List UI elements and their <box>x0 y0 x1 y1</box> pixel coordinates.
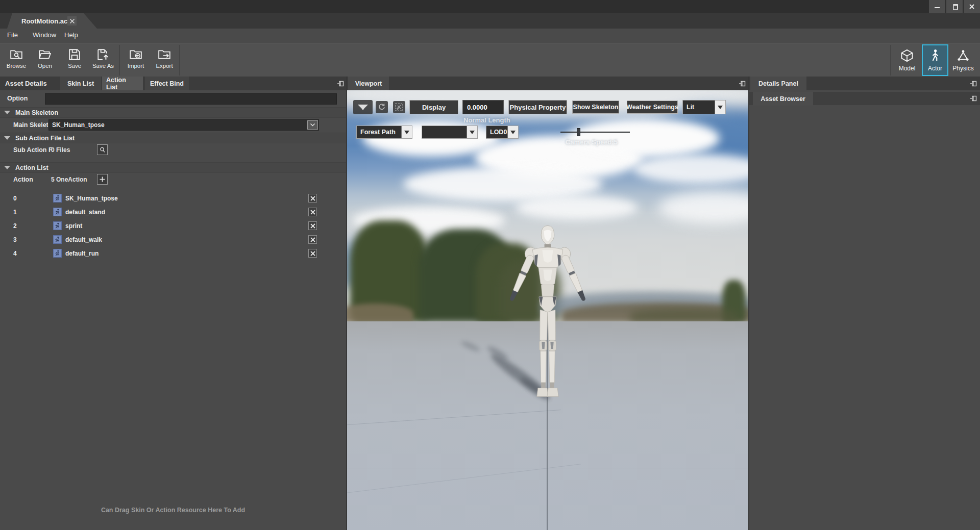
action-row[interactable]: 0 SK_Human_tpose <box>0 192 346 206</box>
editor-window: RootMotion.actor File Window Help Browse… <box>0 0 980 530</box>
close-window-button[interactable] <box>964 0 980 13</box>
document-tab-close-button[interactable] <box>67 16 77 26</box>
export-button[interactable]: Export <box>151 46 178 75</box>
display-button[interactable]: Display <box>409 100 458 114</box>
panel-separator[interactable] <box>346 77 347 530</box>
collapse-caret-icon <box>4 136 10 140</box>
minimize-button[interactable] <box>929 0 945 13</box>
collapse-caret-icon <box>4 111 10 114</box>
menu-window[interactable]: Window <box>33 31 56 39</box>
tab-asset-browser[interactable]: Asset Browser <box>753 92 813 106</box>
main-skeleton-section-label: Main Skeleton <box>15 109 58 116</box>
plus-icon <box>100 176 105 182</box>
show-skeleton-button[interactable]: Show Skeleton <box>572 100 619 114</box>
sub-action-section-header[interactable]: Sub Action File List <box>0 133 346 143</box>
robot-character[interactable] <box>499 223 597 409</box>
normal-length-label: Normal Length <box>463 116 510 124</box>
action-row[interactable]: 2 sprint <box>0 220 346 233</box>
x-icon <box>310 223 315 229</box>
delete-action-button[interactable] <box>308 249 317 258</box>
main-skeleton-value: SK_Human_tpose <box>49 121 105 129</box>
action-index: 2 <box>13 222 17 230</box>
pin-icon[interactable] <box>336 80 344 87</box>
tab-details-panel[interactable]: Details Panel <box>750 77 806 90</box>
import-button[interactable]: Import <box>122 46 150 75</box>
physical-property-button[interactable]: Physical Property <box>508 100 567 114</box>
document-tab[interactable]: RootMotion.actor <box>7 13 97 29</box>
menu-help[interactable]: Help <box>64 31 78 39</box>
mode-physics-button[interactable]: Physics <box>950 44 976 76</box>
action-count-value: 5 OneAction <box>51 176 87 183</box>
delete-action-button[interactable] <box>308 208 317 216</box>
save-as-label: Save As <box>92 63 114 69</box>
mode-physics-label: Physics <box>952 65 973 72</box>
tab-skin-list[interactable]: Skin List <box>60 77 101 90</box>
chevron-down-icon <box>310 123 315 127</box>
viewport-dock-strip: Viewport <box>347 77 748 90</box>
browse-button[interactable]: Browse <box>3 46 30 75</box>
scene-preset-dropdown[interactable]: Forest Path <box>356 125 412 139</box>
toolbar-separator <box>890 45 891 75</box>
pin-icon[interactable] <box>969 94 977 102</box>
dropdown-arrow-icon <box>467 126 477 138</box>
option-input[interactable] <box>45 93 337 105</box>
capture-button[interactable] <box>393 101 405 113</box>
add-action-button[interactable] <box>97 174 108 185</box>
shading-mode-dropdown[interactable]: Lit <box>682 100 726 114</box>
search-icon <box>100 147 106 153</box>
action-row[interactable]: 4 default_run <box>0 247 346 261</box>
cloud <box>658 191 748 224</box>
folder-export-icon <box>158 48 171 61</box>
sub-scene-dropdown[interactable] <box>422 125 478 139</box>
sub-action-files-value: 0 Files <box>51 146 70 154</box>
lod-value: LOD0 <box>486 126 507 138</box>
main-skeleton-field[interactable]: SK_Human_tpose <box>48 119 319 131</box>
camera-speed-slider[interactable] <box>560 128 630 137</box>
scene-preset-value: Forest Path <box>357 126 401 138</box>
shading-mode-value: Lit <box>683 100 715 114</box>
restore-button[interactable] <box>946 0 963 13</box>
lod-dropdown[interactable]: LOD0 <box>486 125 519 139</box>
menu-file[interactable]: File <box>7 31 18 39</box>
panel-separator[interactable] <box>748 77 749 530</box>
slider-thumb[interactable] <box>577 128 580 136</box>
mode-actor-button[interactable]: Actor <box>922 44 948 76</box>
delete-action-button[interactable] <box>308 221 317 230</box>
pin-icon[interactable] <box>969 80 977 87</box>
collapse-caret-icon <box>4 166 10 169</box>
triangle-nodes-icon <box>956 48 970 63</box>
save-as-button[interactable]: Save As <box>89 46 117 75</box>
delete-action-button[interactable] <box>308 235 317 244</box>
refresh-button[interactable] <box>376 101 388 113</box>
animation-runner-icon <box>53 208 62 216</box>
action-list-section-header[interactable]: Action List <box>0 162 346 173</box>
x-icon <box>310 237 315 242</box>
tab-effect-bind[interactable]: Effect Bind <box>145 77 189 90</box>
pin-icon[interactable] <box>738 80 746 87</box>
action-row[interactable]: 1 default_stand <box>0 206 346 219</box>
viewport-3d-scene[interactable]: Display Normal Length Physical Property … <box>347 90 748 530</box>
folder-search-icon <box>10 48 23 61</box>
tab-viewport[interactable]: Viewport <box>348 77 389 90</box>
weather-settings-button[interactable]: Weather Settings <box>627 100 678 114</box>
main-skeleton-section-header[interactable]: Main Skeleton <box>0 107 346 118</box>
minimize-icon <box>934 4 940 10</box>
close-icon <box>69 18 75 24</box>
save-button[interactable]: Save <box>61 46 88 75</box>
tab-action-list[interactable]: Action List <box>102 77 143 90</box>
mode-model-button[interactable]: Model <box>894 44 920 76</box>
sub-action-field-label: Sub Action File <box>13 146 52 154</box>
cloud <box>516 195 638 220</box>
open-button[interactable]: Open <box>31 46 59 75</box>
floppy-arrow-icon <box>96 48 110 61</box>
x-icon <box>310 210 315 215</box>
camera-gizmo-button[interactable] <box>353 100 373 114</box>
sub-action-search-button[interactable] <box>97 144 108 155</box>
action-index: 0 <box>13 195 17 202</box>
drag-hint-text: Can Drag Skin Or Action Resource Here To… <box>0 507 346 514</box>
action-row[interactable]: 3 default_walk <box>0 234 346 247</box>
normal-length-input[interactable] <box>462 100 504 114</box>
delete-action-button[interactable] <box>308 194 317 203</box>
animation-runner-icon <box>53 194 62 203</box>
main-skeleton-dropdown-button[interactable] <box>307 120 318 130</box>
